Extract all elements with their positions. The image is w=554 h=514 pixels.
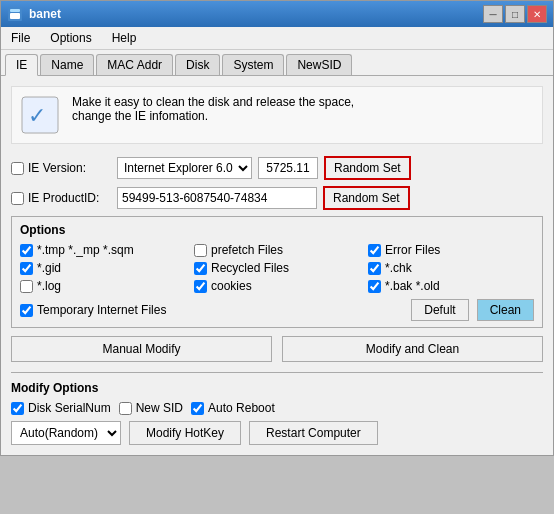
option-prefetch: prefetch Files bbox=[194, 243, 360, 257]
ie-product-checkbox[interactable] bbox=[11, 192, 24, 205]
option-gid: *.gid bbox=[20, 261, 186, 275]
options-title: Options bbox=[20, 223, 534, 237]
title-bar: banet ─ □ ✕ bbox=[1, 1, 553, 27]
svg-text:✓: ✓ bbox=[28, 103, 46, 128]
tab-ie[interactable]: IE bbox=[5, 54, 38, 76]
manual-modify-button[interactable]: Manual Modify bbox=[11, 336, 272, 362]
option-cookies: cookies bbox=[194, 279, 360, 293]
main-window: banet ─ □ ✕ File Options Help IE Name MA… bbox=[0, 0, 554, 456]
tabs-bar: IE Name MAC Addr Disk System NewSID bbox=[1, 50, 553, 76]
options-grid: *.tmp *._mp *.sqm prefetch Files Error F… bbox=[20, 243, 534, 293]
close-button[interactable]: ✕ bbox=[527, 5, 547, 23]
auto-random-dropdown[interactable]: Auto(Random) bbox=[11, 421, 121, 445]
header-description: Make it easy to clean the disk and relea… bbox=[72, 95, 354, 123]
temp-files-checkbox[interactable] bbox=[20, 304, 33, 317]
app-icon bbox=[7, 6, 23, 22]
ie-product-input[interactable] bbox=[117, 187, 317, 209]
option-error: Error Files bbox=[368, 243, 534, 257]
clean-button[interactable]: Clean bbox=[477, 299, 534, 321]
option-tmp: *.tmp *._mp *.sqm bbox=[20, 243, 186, 257]
option-error-checkbox[interactable] bbox=[368, 244, 381, 257]
ie-version-number[interactable] bbox=[258, 157, 318, 179]
header-section: ✓ Make it easy to clean the disk and rel… bbox=[11, 86, 543, 144]
disk-serial-checkbox[interactable] bbox=[11, 402, 24, 415]
auto-reboot-option: Auto Reboot bbox=[191, 401, 275, 415]
option-chk-checkbox[interactable] bbox=[368, 262, 381, 275]
restart-computer-button[interactable]: Restart Computer bbox=[249, 421, 378, 445]
maximize-button[interactable]: □ bbox=[505, 5, 525, 23]
window-title: banet bbox=[29, 7, 61, 21]
ie-product-random-button[interactable]: Random Set bbox=[323, 186, 410, 210]
ie-version-select[interactable]: Internet Explorer 6.0 bbox=[117, 157, 252, 179]
menu-file[interactable]: File bbox=[5, 29, 36, 47]
modify-checkboxes-row: Disk SerialNum New SID Auto Reboot bbox=[11, 401, 543, 415]
option-bak-checkbox[interactable] bbox=[368, 280, 381, 293]
modify-options-title: Modify Options bbox=[11, 381, 543, 395]
new-sid-checkbox[interactable] bbox=[119, 402, 132, 415]
option-log: *.log bbox=[20, 279, 186, 293]
modify-options-section: Modify Options Disk SerialNum New SID Au… bbox=[11, 372, 543, 445]
defult-button[interactable]: Defult bbox=[411, 299, 468, 321]
option-cookies-checkbox[interactable] bbox=[194, 280, 207, 293]
option-recycled: Recycled Files bbox=[194, 261, 360, 275]
option-log-checkbox[interactable] bbox=[20, 280, 33, 293]
menu-options[interactable]: Options bbox=[44, 29, 97, 47]
menu-help[interactable]: Help bbox=[106, 29, 143, 47]
options-action-row: Temporary Internet Files Defult Clean bbox=[20, 299, 534, 321]
big-buttons-row: Manual Modify Modify and Clean bbox=[11, 336, 543, 362]
modify-bottom-row: Auto(Random) Modify HotKey Restart Compu… bbox=[11, 421, 543, 445]
ie-version-random-button[interactable]: Random Set bbox=[324, 156, 411, 180]
tab-name[interactable]: Name bbox=[40, 54, 94, 75]
tab-newsid[interactable]: NewSID bbox=[286, 54, 352, 75]
tab-mac-addr[interactable]: MAC Addr bbox=[96, 54, 173, 75]
menu-bar: File Options Help bbox=[1, 27, 553, 50]
new-sid-option: New SID bbox=[119, 401, 183, 415]
ie-version-row: IE Version: Internet Explorer 6.0 Random… bbox=[11, 156, 543, 180]
option-recycled-checkbox[interactable] bbox=[194, 262, 207, 275]
ie-version-label: IE Version: bbox=[11, 161, 111, 175]
minimize-button[interactable]: ─ bbox=[483, 5, 503, 23]
tab-content: ✓ Make it easy to clean the disk and rel… bbox=[1, 76, 553, 455]
tab-system[interactable]: System bbox=[222, 54, 284, 75]
temp-files-area: Temporary Internet Files bbox=[20, 303, 403, 317]
ie-product-row: IE ProductID: Random Set bbox=[11, 186, 543, 210]
tab-disk[interactable]: Disk bbox=[175, 54, 220, 75]
modify-hotkey-button[interactable]: Modify HotKey bbox=[129, 421, 241, 445]
option-chk: *.chk bbox=[368, 261, 534, 275]
title-buttons: ─ □ ✕ bbox=[483, 5, 547, 23]
ie-icon: ✓ bbox=[20, 95, 60, 135]
auto-reboot-checkbox[interactable] bbox=[191, 402, 204, 415]
modify-and-clean-button[interactable]: Modify and Clean bbox=[282, 336, 543, 362]
option-prefetch-checkbox[interactable] bbox=[194, 244, 207, 257]
svg-rect-2 bbox=[10, 9, 20, 12]
options-section: Options *.tmp *._mp *.sqm prefetch Files… bbox=[11, 216, 543, 328]
option-tmp-checkbox[interactable] bbox=[20, 244, 33, 257]
title-bar-left: banet bbox=[7, 6, 61, 22]
temp-files-label: Temporary Internet Files bbox=[37, 303, 166, 317]
option-gid-checkbox[interactable] bbox=[20, 262, 33, 275]
disk-serial-option: Disk SerialNum bbox=[11, 401, 111, 415]
svg-rect-1 bbox=[10, 13, 20, 19]
ie-version-checkbox[interactable] bbox=[11, 162, 24, 175]
option-bak: *.bak *.old bbox=[368, 279, 534, 293]
ie-product-label: IE ProductID: bbox=[11, 191, 111, 205]
